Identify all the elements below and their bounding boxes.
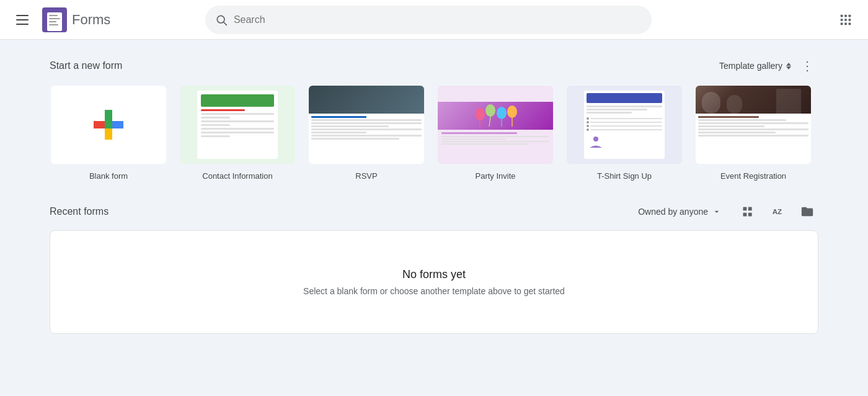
template-event-registration[interactable]: Event Registration [694, 84, 812, 181]
svg-rect-14 [841, 22, 843, 25]
template-gallery-actions: Template gallery ⋮ [719, 55, 818, 77]
event-registration-label: Event Registration [720, 171, 786, 181]
empty-state-title: No forms yet [75, 268, 793, 281]
svg-point-32 [593, 137, 598, 142]
svg-rect-21 [94, 121, 106, 128]
contact-info-thumbnail [179, 84, 296, 165]
svg-rect-9 [844, 14, 847, 17]
party-invite-thumbnail [436, 84, 554, 165]
template-gallery-label: Template gallery [719, 61, 782, 71]
svg-point-27 [507, 106, 517, 118]
svg-rect-13 [849, 19, 851, 21]
header-right [833, 7, 858, 32]
empty-state: No forms yet Select a blank form or choo… [50, 230, 818, 334]
empty-state-subtitle: Select a blank form or choose another te… [75, 286, 793, 296]
search-icon [215, 14, 228, 26]
template-tshirt-signup[interactable]: T-Shirt Sign Up [565, 84, 683, 181]
svg-rect-19 [105, 110, 112, 122]
contact-info-label: Contact Information [202, 171, 272, 181]
app-header: Forms [0, 0, 868, 40]
recent-forms-header: Recent forms Owned by anyone [50, 200, 818, 223]
svg-rect-22 [111, 121, 123, 128]
party-thumb-bg [438, 86, 553, 164]
svg-text:AZ: AZ [773, 207, 782, 215]
svg-rect-23 [105, 121, 112, 128]
balloons-icon [471, 103, 520, 128]
rsvp-label: RSVP [355, 171, 377, 181]
list-view-icon [742, 205, 754, 218]
grid-icon [839, 13, 852, 27]
template-gallery-button[interactable]: Template gallery [719, 61, 791, 71]
main-content: Start a new form Template gallery ⋮ [0, 40, 868, 334]
rsvp-thumb-bg [309, 86, 424, 164]
blank-form-thumbnail [50, 84, 167, 165]
template-rsvp[interactable]: RSVP [308, 84, 425, 181]
dropdown-arrow-icon [712, 207, 722, 217]
templates-row: Blank form [50, 84, 818, 196]
event-registration-thumbnail [694, 84, 812, 165]
tshirt-preview [584, 91, 665, 159]
apps-grid-button[interactable] [833, 7, 858, 32]
svg-rect-39 [748, 207, 752, 211]
svg-point-24 [475, 108, 485, 120]
arch-icon [696, 86, 811, 114]
person-shape-icon [587, 136, 605, 148]
header-left: Forms [10, 7, 110, 32]
svg-line-29 [489, 117, 490, 127]
svg-rect-36 [776, 89, 801, 114]
svg-rect-35 [727, 95, 742, 114]
svg-rect-5 [49, 24, 58, 25]
svg-line-7 [224, 22, 227, 25]
search-bar [205, 6, 652, 34]
app-name: Forms [72, 12, 110, 28]
svg-rect-2 [49, 15, 58, 16]
menu-button[interactable] [10, 7, 35, 32]
party-invite-label: Party Invite [475, 171, 515, 181]
svg-rect-8 [841, 14, 843, 17]
svg-rect-20 [105, 127, 112, 140]
folder-icon [800, 205, 814, 218]
svg-rect-4 [49, 21, 56, 22]
svg-rect-38 [743, 213, 747, 217]
search-input[interactable] [234, 14, 642, 25]
template-blank-form[interactable]: Blank form [50, 84, 167, 181]
owned-by-dropdown[interactable]: Owned by anyone [631, 203, 729, 220]
recent-forms-title: Recent forms [50, 206, 108, 217]
svg-rect-10 [849, 14, 851, 17]
sort-icon: AZ [771, 205, 784, 218]
forms-logo-icon [42, 7, 67, 32]
blank-form-thumb-bg [51, 86, 166, 164]
recent-forms-controls: Owned by anyone AZ [631, 200, 818, 223]
svg-rect-3 [49, 18, 60, 19]
svg-rect-40 [748, 213, 752, 217]
tshirt-signup-label: T-Shirt Sign Up [597, 171, 652, 181]
svg-rect-11 [841, 19, 843, 21]
event-thumb-bg [696, 86, 811, 164]
list-view-button[interactable] [737, 200, 759, 223]
folder-button[interactable] [796, 200, 818, 223]
blank-form-label: Blank form [89, 171, 128, 181]
recent-forms-section: Recent forms Owned by anyone [50, 200, 818, 334]
tshirt-signup-thumbnail [565, 84, 683, 165]
template-contact-info[interactable]: Contact Information [179, 84, 296, 181]
logo-area[interactable]: Forms [42, 7, 110, 32]
owned-by-label: Owned by anyone [638, 207, 708, 217]
contact-thumb-bg [180, 86, 295, 164]
svg-rect-34 [702, 92, 720, 114]
new-form-section-header: Start a new form Template gallery ⋮ [50, 40, 818, 84]
svg-rect-15 [844, 22, 847, 25]
sort-button[interactable]: AZ [766, 200, 789, 223]
plus-icon [91, 107, 126, 142]
svg-rect-37 [743, 207, 747, 211]
contact-preview [197, 91, 278, 159]
template-party-invite[interactable]: Party Invite [436, 84, 554, 181]
tshirt-thumb-bg [567, 86, 682, 164]
chevron-updown-icon [786, 63, 791, 70]
svg-rect-12 [844, 19, 847, 21]
svg-rect-16 [849, 22, 851, 25]
svg-point-26 [497, 107, 507, 119]
rsvp-thumbnail [308, 84, 425, 165]
more-options-button[interactable]: ⋮ [796, 55, 818, 77]
svg-point-25 [485, 104, 495, 117]
new-form-title: Start a new form [50, 60, 122, 71]
